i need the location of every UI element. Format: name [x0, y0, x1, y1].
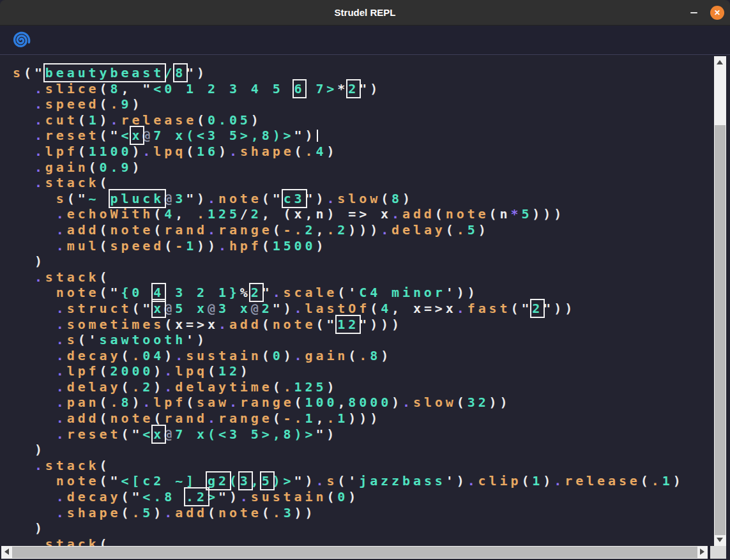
code-token: .: [218, 238, 229, 254]
code-token: note: [218, 191, 262, 206]
code-line[interactable]: .stack(: [13, 536, 704, 546]
code-token: slow: [413, 395, 457, 410]
code-token: (: [100, 395, 110, 410]
code-line[interactable]: .gain(0.9): [13, 160, 704, 176]
code-line[interactable]: .echoWith(4, .125/2, (x,n) => x.add(note…: [13, 206, 704, 222]
code-token: 2: [337, 222, 348, 238]
vertical-scroll-thumb[interactable]: [715, 125, 726, 535]
titlebar[interactable]: Strudel REPL ✕: [0, 0, 730, 26]
code-token: (: [326, 489, 337, 504]
indent: [13, 175, 34, 190]
scroll-up-icon[interactable]: [717, 60, 723, 64]
code-line[interactable]: .add(note(rand.range(-.1,.1))): [13, 411, 704, 427]
code-token: .: [56, 206, 67, 222]
code-token: 100: [305, 395, 338, 410]
code-token: 1500: [273, 238, 316, 254]
code-token: ~: [89, 191, 110, 206]
code-line[interactable]: .speed(.9): [13, 96, 704, 112]
app-window: Strudel REPL ✕ s("beautybeast/8") .slice…: [0, 0, 730, 560]
code-area[interactable]: s("beautybeast/8") .slice(8, "<0 1 2 3 4…: [0, 56, 730, 546]
code-token: 8: [392, 191, 402, 206]
code-line[interactable]: .stack(: [13, 175, 704, 191]
code-line[interactable]: s("beautybeast/8"): [13, 65, 704, 81]
code-line[interactable]: .sometimes(x=>x.add(note("12"))): [13, 317, 704, 333]
code-token: decay: [67, 348, 121, 363]
code-line[interactable]: .delay(.2).delaytime(.125): [13, 379, 704, 395]
indent: [13, 427, 56, 442]
code-token: range: [218, 222, 273, 238]
code-token: /: [240, 206, 251, 222]
code-token: n: [499, 206, 510, 222]
code-token: s: [67, 332, 78, 347]
code-line[interactable]: ): [13, 254, 704, 269]
code-token: (: [164, 238, 175, 254]
code-token: 1: [337, 411, 348, 426]
code-token: 3: [175, 191, 186, 206]
code-token: )>: [273, 473, 294, 488]
vertical-scrollbar[interactable]: [714, 56, 726, 546]
horizontal-scroll-thumb[interactable]: [12, 547, 697, 558]
code-line[interactable]: .pan(.8).lpf(saw.range(100,8000).slow(32…: [13, 395, 704, 411]
code-line[interactable]: .s('sawtooth'): [13, 332, 704, 348]
code-editor[interactable]: s("beautybeast/8") .slice(8, "<0 1 2 3 4…: [0, 56, 730, 546]
code-line[interactable]: .stack(: [13, 269, 704, 285]
code-token: add: [175, 505, 208, 520]
code-line[interactable]: ): [13, 520, 704, 536]
indent: [13, 238, 56, 254]
scroll-right-icon[interactable]: [700, 549, 704, 555]
active-token: 12: [337, 317, 359, 332]
code-line[interactable]: .shape(.5).add(note(.3)): [13, 505, 704, 521]
code-token: .: [392, 206, 402, 222]
code-line[interactable]: .decay(.04).sustain(0).gain(.8): [13, 348, 704, 364]
close-button[interactable]: ✕: [710, 6, 724, 20]
code-token: "): [218, 489, 240, 504]
code-token: gain: [45, 160, 89, 175]
code-token: note: [56, 473, 100, 488]
code-token: (": [316, 317, 337, 332]
code-token: ): [132, 395, 142, 410]
code-token: .: [56, 348, 67, 363]
code-token: 7>: [305, 81, 337, 96]
code-token: .: [56, 427, 67, 442]
code-token: sawtooth: [100, 332, 186, 347]
code-token: <: [121, 128, 132, 143]
code-token: shape: [67, 505, 121, 520]
code-token: (: [262, 348, 273, 363]
code-token: 1: [89, 112, 100, 128]
code-line[interactable]: .reset("<x@7 x(<3 5>,8)>"): [13, 128, 704, 144]
code-token: stack: [45, 458, 100, 473]
minimize-button[interactable]: [685, 4, 702, 21]
code-token: .: [229, 144, 240, 159]
indent: [13, 489, 56, 504]
code-token: .: [142, 144, 153, 159]
code-line[interactable]: .stack(: [13, 458, 704, 474]
code-line[interactable]: .add(note(rand.range(-.2,.2))).delay(.5): [13, 222, 704, 238]
code-line[interactable]: .lpf(1100).lpq(16).shape(.4): [13, 144, 704, 160]
code-line[interactable]: .reset("<x@7 x(<3 5>,8)>"): [13, 427, 704, 443]
code-line[interactable]: note("<[c2 ~] g2(3,5)>").s('jazzbass').c…: [13, 473, 704, 489]
code-token: jazzbass: [359, 473, 446, 488]
code-line[interactable]: s("~ pluck@3").note("c3").slow(8): [13, 191, 704, 207]
code-token: .: [284, 379, 294, 395]
code-line[interactable]: .cut(1).release(0.05): [13, 112, 704, 128]
code-token: ,: [316, 222, 326, 238]
code-token: note: [273, 317, 316, 332]
code-line[interactable]: .lpf(2000).lpq(12): [13, 363, 704, 379]
code-token: (: [186, 144, 197, 159]
code-line[interactable]: .struct("x@5 x@3 x@2").lastOf(4, x=>x.fa…: [13, 301, 704, 317]
scroll-down-icon[interactable]: [717, 538, 723, 542]
strudel-logo-icon[interactable]: [11, 31, 31, 50]
code-token: "): [186, 191, 208, 206]
scroll-left-icon[interactable]: [4, 549, 9, 555]
window-title: Strudel REPL: [0, 0, 730, 26]
code-token: 3 2 1}: [164, 285, 240, 300]
code-token: "): [273, 301, 294, 316]
code-token: note: [110, 411, 154, 426]
code-line[interactable]: note("{0 4 3 2 1}%2".scale('C4 minor')): [13, 285, 704, 301]
horizontal-scrollbar[interactable]: [1, 546, 708, 559]
code-line[interactable]: .slice(8, "<0 1 2 3 4 5 6 7>*2"): [13, 81, 704, 97]
code-line[interactable]: .mul(speed(-1)).hpf(1500): [13, 238, 704, 254]
code-line[interactable]: .decay("<.8 .2>").sustain(0): [13, 489, 704, 505]
code-token: stack: [45, 269, 100, 285]
code-line[interactable]: ): [13, 442, 704, 458]
